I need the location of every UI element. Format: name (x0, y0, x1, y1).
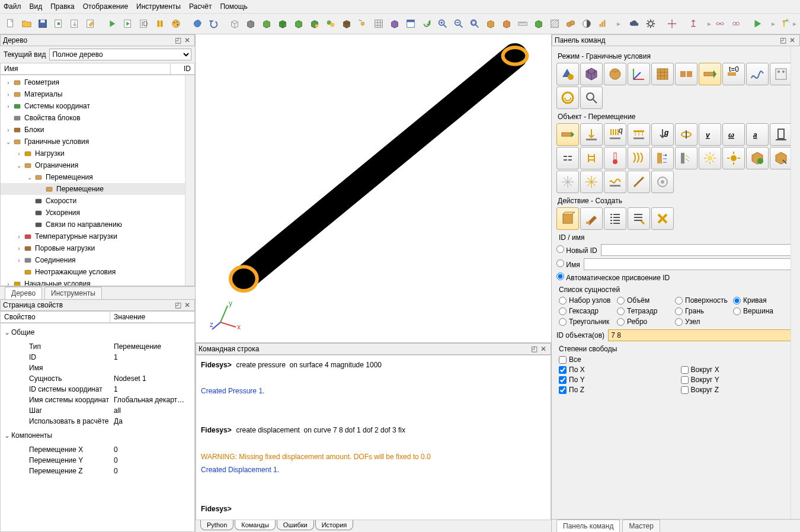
tab-python[interactable]: Python (200, 520, 233, 530)
tree-item[interactable]: ›Нагрузки (1, 148, 194, 159)
spheres-icon[interactable] (324, 17, 338, 31)
obj-absorb-icon[interactable] (604, 171, 626, 193)
obj-convection-icon[interactable] (651, 147, 674, 169)
radio-entity[interactable]: Набор узлов (559, 296, 612, 305)
tree-item[interactable]: Скорости (1, 195, 194, 207)
mode-search-icon[interactable] (580, 86, 603, 109)
mode-bc-icon[interactable] (699, 63, 721, 85)
menu-display[interactable]: Отображение (83, 2, 128, 11)
mode-mesh-icon[interactable] (580, 63, 603, 85)
mode-geometry-icon[interactable] (556, 63, 579, 85)
tab-wizard[interactable]: Мастер (622, 520, 660, 532)
cube-g5-icon[interactable] (532, 17, 546, 31)
obj-velocity-icon[interactable]: v (699, 123, 721, 146)
action-list-icon[interactable] (604, 207, 626, 230)
tab-tools[interactable]: Инструменты (44, 287, 102, 299)
cube-wire-icon[interactable] (228, 17, 242, 31)
open-file-icon[interactable] (20, 17, 34, 31)
menu-file[interactable]: Файл (4, 2, 21, 11)
contrast-icon[interactable] (580, 17, 594, 31)
tree-item[interactable]: Перемещение1 (1, 183, 194, 195)
close-icon[interactable]: ✕ (183, 300, 192, 310)
obj-radiation-icon[interactable] (675, 147, 697, 169)
tree-item[interactable]: ›Блоки (1, 124, 194, 136)
radio-entity[interactable]: Треугольник (559, 318, 612, 326)
zoom-in-icon[interactable] (436, 17, 450, 31)
obj-spark1-icon[interactable] (556, 171, 579, 193)
tree-item[interactable]: ›Соединения (1, 254, 194, 266)
radio-entity[interactable]: Узел (675, 318, 728, 326)
check-y[interactable] (559, 376, 567, 384)
refresh-icon[interactable] (420, 17, 434, 31)
obj-heat2-icon[interactable] (722, 147, 745, 169)
anchor-icon[interactable] (686, 17, 700, 31)
play2-icon[interactable] (750, 17, 764, 31)
ruler-icon[interactable] (516, 17, 530, 31)
check-x[interactable] (559, 366, 567, 374)
palette-icon[interactable] (169, 17, 183, 31)
mode-material-icon[interactable] (604, 63, 626, 85)
gear-icon[interactable] (644, 17, 658, 31)
radio-newid[interactable] (556, 245, 564, 253)
cube-green4-icon[interactable] (308, 17, 322, 31)
obj-force-icon[interactable] (580, 123, 603, 146)
mode-contact-icon[interactable] (675, 63, 697, 85)
tree-item[interactable]: ›Начальные условия (1, 278, 194, 286)
obj-distload-icon[interactable] (628, 123, 650, 146)
mode-block-icon[interactable] (651, 63, 674, 85)
scrollbar[interactable] (185, 75, 194, 286)
close-icon[interactable]: ✕ (788, 36, 797, 45)
mesh-icon[interactable] (340, 17, 354, 31)
obj-gravity-icon[interactable]: g (651, 123, 674, 146)
obj-fixed-icon[interactable] (770, 123, 792, 146)
hatch-icon[interactable] (548, 17, 562, 31)
obj-coupling-icon[interactable] (556, 147, 579, 169)
scrollbar[interactable] (791, 46, 800, 519)
dock-icon[interactable]: ◰ (529, 344, 539, 354)
newid-input[interactable] (601, 244, 795, 256)
bars-icon[interactable] (596, 17, 610, 31)
cube-shade-icon[interactable] (244, 17, 258, 31)
obj-accel-icon[interactable]: a (746, 123, 769, 146)
tab-errors[interactable]: Ошибки (277, 520, 314, 530)
tab-history[interactable]: История (315, 520, 354, 530)
new-file-icon[interactable] (4, 17, 18, 31)
obj-temp-icon[interactable] (604, 147, 626, 169)
check-rx[interactable] (681, 366, 689, 374)
menu-edit[interactable]: Правка (50, 2, 75, 11)
obj-heat1-icon[interactable] (699, 147, 721, 169)
action-delete-icon[interactable] (651, 207, 674, 230)
obj-periodic-icon[interactable] (580, 147, 603, 169)
dock-icon[interactable]: ◰ (173, 36, 183, 45)
close-icon[interactable]: ✕ (183, 36, 192, 45)
doc-edit-icon[interactable] (84, 17, 98, 31)
undo-icon[interactable] (206, 17, 220, 31)
view-select[interactable]: Полное дерево (49, 49, 191, 60)
dock-icon[interactable]: ◰ (173, 300, 183, 310)
radio-entity[interactable]: Ребро (617, 318, 670, 326)
mode-ic-icon[interactable]: t=0 (722, 63, 745, 85)
grid-icon[interactable] (372, 17, 386, 31)
cube-purple-icon[interactable] (388, 17, 402, 31)
radio-name[interactable] (556, 259, 564, 267)
tab-tree[interactable]: Дерево (5, 287, 42, 299)
check-rz[interactable] (681, 386, 689, 394)
radio-entity[interactable]: Поверхность (675, 296, 728, 305)
check-all[interactable] (559, 356, 567, 364)
action-edit-list-icon[interactable] (628, 207, 650, 230)
play-icon[interactable] (105, 17, 119, 31)
objid-input[interactable] (608, 329, 795, 341)
tab-cmdpanel[interactable]: Панель команд (556, 520, 620, 532)
box-o1-icon[interactable] (484, 17, 498, 31)
menu-view[interactable]: Вид (30, 2, 43, 11)
mode-deps-icon[interactable] (746, 63, 769, 85)
close-icon[interactable]: ✕ (539, 344, 548, 354)
obj-spark2-icon[interactable] (580, 171, 603, 193)
rotate-mode-icon[interactable] (190, 17, 204, 31)
run-id-icon[interactable]: ID (137, 17, 151, 31)
save-icon[interactable] (36, 17, 50, 31)
radio-entity[interactable]: Грань (675, 307, 728, 315)
radio-entity[interactable]: Объём (617, 296, 670, 305)
obj-rotation-icon[interactable] (675, 123, 697, 146)
zoom-fit-icon[interactable] (468, 17, 482, 31)
